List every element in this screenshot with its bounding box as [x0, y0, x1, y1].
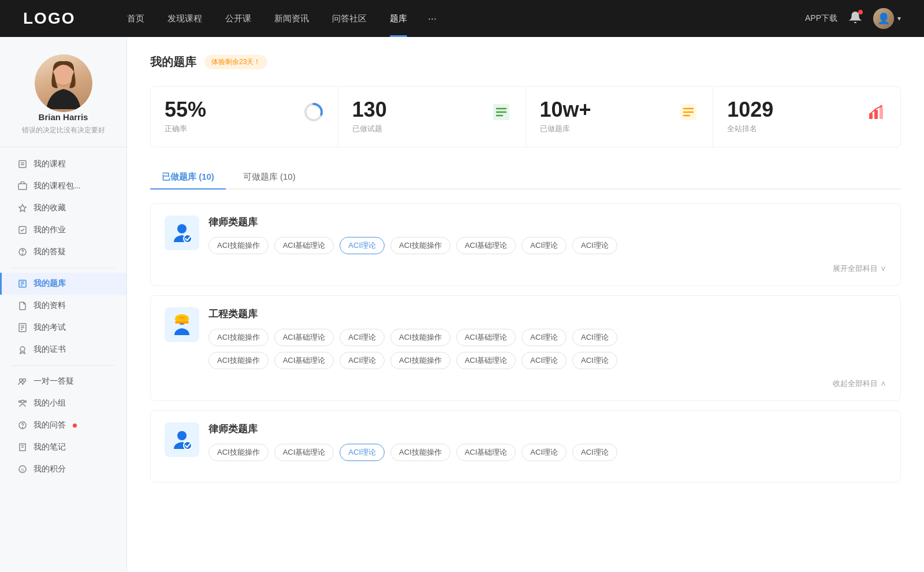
svg-rect-48 [179, 317, 185, 318]
tag-2-11[interactable]: ACI技能操作 [390, 352, 450, 369]
sidebar-item-data[interactable]: 我的资料 [0, 295, 126, 317]
cert-icon [17, 344, 28, 355]
trial-badge: 体验剩余23天！ [204, 55, 267, 69]
profile-name: Brian Harris [39, 112, 88, 122]
notes-icon [17, 442, 28, 452]
svg-rect-47 [175, 321, 189, 324]
sidebar-label-exam: 我的考试 [33, 322, 66, 333]
svg-rect-40 [874, 110, 878, 119]
tag-1-4[interactable]: ACI技能操作 [390, 237, 450, 254]
sidebar-item-notes[interactable]: 我的笔记 [0, 436, 126, 458]
sidebar-item-qa[interactable]: 我的答疑 [0, 241, 126, 263]
tag-2-10[interactable]: ACI理论 [340, 352, 385, 369]
tag-2-4[interactable]: ACI技能操作 [390, 329, 450, 346]
sidebar-label-favorites: 我的收藏 [33, 203, 66, 213]
sidebar-item-cert[interactable]: 我的证书 [0, 339, 126, 361]
tag-1-1[interactable]: ACI技能操作 [208, 237, 269, 254]
main-content: 我的题库 体验剩余23天！ 55% 正确率 [127, 37, 924, 572]
collapse-link-2[interactable]: 收起全部科目 ∧ [165, 378, 886, 389]
file-icon [17, 300, 28, 311]
tag-2-7[interactable]: ACI理论 [572, 329, 617, 346]
tag-3-7[interactable]: ACI理论 [572, 444, 617, 461]
exam-icon [17, 322, 28, 333]
tag-2-2[interactable]: ACI基础理论 [274, 329, 334, 346]
user-avatar-area[interactable]: 👤 ▾ [873, 8, 901, 29]
sidebar-label-one2one: 一对一答疑 [33, 376, 74, 387]
expand-link-1[interactable]: 展开全部科目 ∨ [165, 263, 886, 274]
app-download-button[interactable]: APP下载 [805, 13, 837, 24]
qbank-card-2: 工程类题库 ACI技能操作 ACI基础理论 ACI理论 ACI技能操作 ACI基… [150, 295, 901, 401]
tag-1-5[interactable]: ACI基础理论 [456, 237, 516, 254]
tag-3-3[interactable]: ACI理论 [340, 444, 385, 461]
lawyer-icon-3 [165, 422, 199, 457]
sidebar-label-qa: 我的答疑 [33, 247, 66, 257]
profile-motto: 错误的决定比没有决定要好 [22, 125, 105, 135]
sidebar-item-qbank[interactable]: 我的题库 [0, 273, 126, 295]
questions-label: 已做试题 [352, 124, 483, 134]
homework-icon [17, 225, 28, 235]
user-avatar: 👤 [873, 8, 894, 29]
svg-point-20 [21, 400, 24, 403]
sidebar-item-course[interactable]: 我的课程 [0, 153, 126, 175]
sidebar-item-group[interactable]: 我的小组 [0, 392, 126, 414]
accuracy-label: 正确率 [165, 124, 295, 134]
svg-point-18 [20, 379, 23, 382]
tag-2-5[interactable]: ACI基础理论 [456, 329, 516, 346]
notification-dot [858, 10, 863, 14]
tab-available[interactable]: 可做题库 (10) [232, 166, 307, 188]
qbank-header-1: 律师类题库 ACI技能操作 ACI基础理论 ACI理论 ACI技能操作 ACI基… [165, 216, 886, 254]
nav-qa[interactable]: 问答社区 [321, 0, 378, 37]
sidebar-label-myqa: 我的问答 [33, 420, 66, 430]
nav-qbank[interactable]: 题库 [378, 0, 419, 37]
tag-2-9[interactable]: ACI基础理论 [274, 352, 334, 369]
sidebar-item-exam[interactable]: 我的考试 [0, 317, 126, 339]
tag-1-7[interactable]: ACI理论 [572, 237, 617, 254]
tag-3-6[interactable]: ACI理论 [521, 444, 567, 461]
notification-bell[interactable] [849, 11, 862, 26]
questions-number: 130 [352, 99, 483, 120]
sidebar-item-myqa[interactable]: 我的问答 [0, 414, 126, 436]
tag-2-3[interactable]: ACI理论 [340, 329, 385, 346]
tag-3-2[interactable]: ACI基础理论 [274, 444, 334, 461]
qbank-icon [17, 278, 28, 289]
header: LOGO 首页 发现课程 公开课 新闻资讯 问答社区 题库 ··· APP下载 … [0, 0, 924, 37]
svg-text:S: S [21, 467, 24, 473]
sidebar-item-favorites[interactable]: 我的收藏 [0, 197, 126, 219]
tag-1-2[interactable]: ACI基础理论 [274, 237, 334, 254]
divider-2 [12, 365, 115, 366]
lawyer-icon-1 [165, 216, 199, 250]
sidebar-item-homework[interactable]: 我的作业 [0, 219, 126, 241]
tag-1-6[interactable]: ACI理论 [521, 237, 567, 254]
nav-discover[interactable]: 发现课程 [156, 0, 214, 37]
nav-opencourse[interactable]: 公开课 [214, 0, 263, 37]
logo[interactable]: LOGO [23, 9, 81, 28]
tab-done[interactable]: 已做题库 (10) [150, 166, 226, 188]
sidebar-label-course: 我的课程 [33, 159, 66, 169]
tag-2-6[interactable]: ACI理论 [521, 329, 567, 346]
tag-2-12[interactable]: ACI基础理论 [456, 352, 516, 369]
tag-3-5[interactable]: ACI基础理论 [456, 444, 516, 461]
tag-2-1[interactable]: ACI技能操作 [208, 329, 269, 346]
sidebar-item-points[interactable]: S 我的积分 [0, 458, 126, 480]
ranking-label: 全站排名 [727, 124, 858, 134]
svg-point-21 [19, 401, 21, 403]
accuracy-icon [303, 102, 324, 122]
tag-1-3[interactable]: ACI理论 [340, 237, 385, 254]
question-icon [17, 247, 28, 257]
nav-news[interactable]: 新闻资讯 [263, 0, 321, 37]
accuracy-number: 55% [165, 99, 295, 120]
tag-2-13[interactable]: ACI理论 [521, 352, 567, 369]
group-icon [17, 398, 28, 408]
tag-2-14[interactable]: ACI理论 [572, 352, 617, 369]
sidebar-item-one2one[interactable]: 一对一答疑 [0, 370, 126, 392]
tag-2-8[interactable]: ACI技能操作 [208, 352, 269, 369]
tag-3-1[interactable]: ACI技能操作 [208, 444, 269, 461]
sidebar-item-package[interactable]: 我的课程包... [0, 175, 126, 197]
nav-more[interactable]: ··· [419, 0, 446, 37]
qbank-title-2: 工程类题库 [208, 307, 886, 321]
sidebar-label-notes: 我的笔记 [33, 442, 66, 452]
myqa-icon [17, 420, 28, 430]
tag-3-4[interactable]: ACI技能操作 [390, 444, 450, 461]
nav-home[interactable]: 首页 [116, 0, 156, 37]
sidebar-label-qbank: 我的题库 [33, 278, 66, 289]
